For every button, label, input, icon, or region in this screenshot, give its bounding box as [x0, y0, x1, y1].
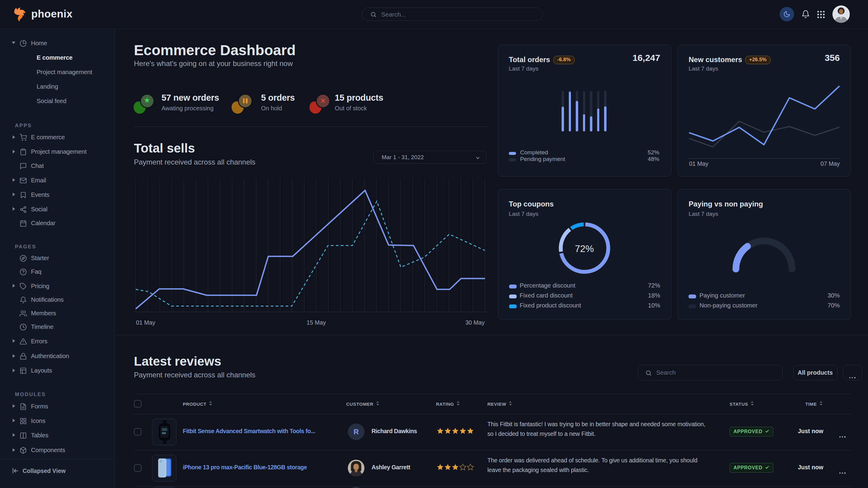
- svg-text:15 May: 15 May: [307, 319, 326, 326]
- svg-text:01 May: 01 May: [136, 319, 155, 326]
- svg-text:30 May: 30 May: [465, 319, 485, 326]
